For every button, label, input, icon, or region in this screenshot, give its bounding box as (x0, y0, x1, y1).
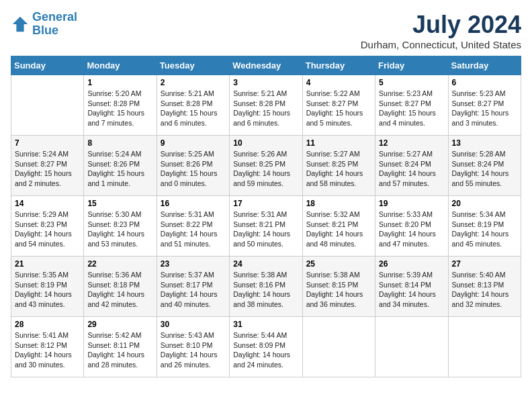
sunrise-text: Sunrise: 5:26 AM (233, 149, 298, 159)
day-number: 3 (233, 78, 298, 87)
calendar-week: 21Sunrise: 5:35 AMSunset: 8:19 PMDayligh… (11, 257, 521, 317)
sunrise-text: Sunrise: 5:24 AM (15, 149, 80, 159)
day-number: 1 (87, 78, 152, 87)
header-day: Saturday (448, 56, 521, 75)
day-info: Sunrise: 5:28 AMSunset: 8:24 PMDaylight:… (452, 149, 517, 189)
header-day: Sunday (11, 56, 84, 75)
daylight-text: Daylight: 14 hoursand 38 minutes. (233, 289, 298, 309)
sunset-text: Sunset: 8:23 PM (15, 220, 80, 230)
calendar-body: 1Sunrise: 5:20 AMSunset: 8:28 PMDaylight… (11, 75, 521, 377)
calendar-cell (375, 317, 448, 377)
daylight-text: Daylight: 14 hoursand 58 minutes. (306, 169, 371, 188)
sunset-text: Sunset: 8:21 PM (306, 220, 371, 230)
header-day: Thursday (302, 56, 375, 75)
calendar-table: SundayMondayTuesdayWednesdayThursdayFrid… (11, 56, 521, 377)
calendar-cell: 21Sunrise: 5:35 AMSunset: 8:19 PMDayligh… (11, 257, 84, 317)
sunrise-text: Sunrise: 5:22 AM (306, 89, 371, 99)
daylight-text: Daylight: 14 hoursand 34 minutes. (379, 289, 444, 309)
logo-icon (11, 15, 30, 34)
sunset-text: Sunset: 8:16 PM (233, 280, 298, 290)
sunrise-text: Sunrise: 5:43 AM (161, 330, 226, 340)
sunrise-text: Sunrise: 5:40 AM (452, 270, 517, 280)
calendar-cell: 4Sunrise: 5:22 AMSunset: 8:27 PMDaylight… (302, 75, 375, 136)
calendar-cell: 6Sunrise: 5:23 AMSunset: 8:27 PMDaylight… (448, 75, 521, 136)
day-info: Sunrise: 5:27 AMSunset: 8:24 PMDaylight:… (379, 149, 444, 189)
daylight-text: Daylight: 14 hoursand 57 minutes. (379, 169, 444, 188)
day-info: Sunrise: 5:30 AMSunset: 8:23 PMDaylight:… (87, 210, 152, 249)
calendar-cell: 20Sunrise: 5:34 AMSunset: 8:19 PMDayligh… (448, 196, 521, 257)
sunrise-text: Sunrise: 5:31 AM (161, 210, 226, 220)
day-number: 31 (233, 320, 298, 329)
calendar-cell: 9Sunrise: 5:25 AMSunset: 8:26 PMDaylight… (157, 136, 229, 196)
calendar-cell: 19Sunrise: 5:33 AMSunset: 8:20 PMDayligh… (375, 196, 448, 257)
sunrise-text: Sunrise: 5:35 AM (15, 270, 80, 280)
sunset-text: Sunset: 8:22 PM (161, 220, 226, 230)
calendar-cell (11, 75, 84, 136)
sunrise-text: Sunrise: 5:30 AM (87, 210, 152, 220)
daylight-text: Daylight: 14 hoursand 55 minutes. (452, 169, 517, 188)
calendar-cell: 8Sunrise: 5:24 AMSunset: 8:26 PMDaylight… (84, 136, 157, 196)
calendar-cell: 10Sunrise: 5:26 AMSunset: 8:25 PMDayligh… (230, 136, 302, 196)
day-number: 9 (161, 138, 226, 148)
day-info: Sunrise: 5:41 AMSunset: 8:12 PMDaylight:… (15, 330, 80, 370)
sunrise-text: Sunrise: 5:27 AM (379, 149, 444, 159)
day-number: 8 (87, 138, 152, 148)
day-info: Sunrise: 5:35 AMSunset: 8:19 PMDaylight:… (15, 270, 80, 310)
day-info: Sunrise: 5:44 AMSunset: 8:09 PMDaylight:… (233, 330, 298, 370)
sunset-text: Sunset: 8:20 PM (379, 220, 444, 230)
daylight-text: Daylight: 14 hoursand 50 minutes. (233, 229, 298, 248)
day-info: Sunrise: 5:31 AMSunset: 8:22 PMDaylight:… (161, 210, 226, 249)
day-info: Sunrise: 5:27 AMSunset: 8:25 PMDaylight:… (306, 149, 371, 189)
day-number: 16 (161, 199, 226, 208)
day-info: Sunrise: 5:24 AMSunset: 8:27 PMDaylight:… (15, 149, 80, 189)
day-number: 18 (306, 199, 371, 208)
sunset-text: Sunset: 8:11 PM (87, 340, 152, 351)
daylight-text: Daylight: 14 hoursand 54 minutes. (15, 229, 80, 248)
daylight-text: Daylight: 14 hoursand 26 minutes. (161, 350, 226, 369)
sunrise-text: Sunrise: 5:21 AM (161, 89, 226, 99)
day-number: 22 (87, 259, 152, 269)
day-info: Sunrise: 5:38 AMSunset: 8:15 PMDaylight:… (306, 270, 371, 310)
header-day: Monday (84, 56, 157, 75)
daylight-text: Daylight: 14 hoursand 24 minutes. (233, 350, 298, 369)
day-info: Sunrise: 5:26 AMSunset: 8:25 PMDaylight:… (233, 149, 298, 189)
day-number: 13 (452, 138, 517, 148)
day-number: 14 (15, 199, 80, 208)
day-info: Sunrise: 5:38 AMSunset: 8:16 PMDaylight:… (233, 270, 298, 310)
sunset-text: Sunset: 8:24 PM (379, 159, 444, 169)
day-info: Sunrise: 5:36 AMSunset: 8:18 PMDaylight:… (87, 270, 152, 310)
sunset-text: Sunset: 8:15 PM (306, 280, 371, 290)
sunset-text: Sunset: 8:19 PM (15, 280, 80, 290)
sunrise-text: Sunrise: 5:33 AM (379, 210, 444, 220)
sunset-text: Sunset: 8:23 PM (87, 220, 152, 230)
daylight-text: Daylight: 15 hoursand 6 minutes. (233, 108, 298, 128)
sunset-text: Sunset: 8:28 PM (87, 99, 152, 109)
daylight-text: Daylight: 15 hoursand 2 minutes. (15, 169, 80, 188)
sunrise-text: Sunrise: 5:20 AM (87, 89, 152, 99)
page-header: General Blue July 2024 Durham, Connectic… (11, 11, 521, 50)
sunrise-text: Sunrise: 5:39 AM (379, 270, 444, 280)
calendar-cell: 11Sunrise: 5:27 AMSunset: 8:25 PMDayligh… (302, 136, 375, 196)
header-day: Tuesday (157, 56, 229, 75)
calendar-cell: 31Sunrise: 5:44 AMSunset: 8:09 PMDayligh… (230, 317, 302, 377)
daylight-text: Daylight: 14 hoursand 45 minutes. (452, 229, 517, 248)
daylight-text: Daylight: 14 hoursand 53 minutes. (87, 229, 152, 248)
calendar-cell: 15Sunrise: 5:30 AMSunset: 8:23 PMDayligh… (84, 196, 157, 257)
calendar-cell: 13Sunrise: 5:28 AMSunset: 8:24 PMDayligh… (448, 136, 521, 196)
day-info: Sunrise: 5:21 AMSunset: 8:28 PMDaylight:… (161, 89, 226, 128)
daylight-text: Daylight: 14 hoursand 28 minutes. (87, 350, 152, 369)
day-number: 19 (379, 199, 444, 208)
sunrise-text: Sunrise: 5:41 AM (15, 330, 80, 340)
sunset-text: Sunset: 8:12 PM (15, 340, 80, 351)
daylight-text: Daylight: 15 hoursand 6 minutes. (161, 108, 226, 128)
day-info: Sunrise: 5:43 AMSunset: 8:10 PMDaylight:… (161, 330, 226, 370)
calendar-week: 14Sunrise: 5:29 AMSunset: 8:23 PMDayligh… (11, 196, 521, 257)
day-number: 23 (161, 259, 226, 269)
daylight-text: Daylight: 15 hoursand 5 minutes. (306, 108, 371, 128)
logo-line2: Blue (32, 24, 58, 37)
day-info: Sunrise: 5:22 AMSunset: 8:27 PMDaylight:… (306, 89, 371, 128)
calendar-cell: 16Sunrise: 5:31 AMSunset: 8:22 PMDayligh… (157, 196, 229, 257)
day-number: 4 (306, 78, 371, 87)
calendar-cell: 28Sunrise: 5:41 AMSunset: 8:12 PMDayligh… (11, 317, 84, 377)
sunrise-text: Sunrise: 5:44 AM (233, 330, 298, 340)
